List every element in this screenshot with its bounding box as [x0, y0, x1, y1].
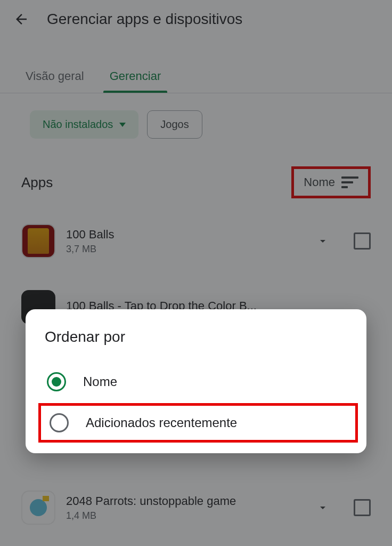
radio-label: Adicionados recentemente — [86, 415, 237, 430]
sort-option-recent[interactable]: Adicionados recentemente — [38, 403, 358, 443]
sort-option-name[interactable]: Nome — [43, 363, 354, 401]
dialog-title: Ordenar por — [43, 328, 354, 346]
radio-label: Nome — [83, 374, 117, 389]
radio-selected[interactable] — [47, 372, 66, 391]
radio-unselected[interactable] — [50, 413, 69, 432]
modal-overlay[interactable] — [0, 0, 392, 546]
sort-dialog: Ordenar por Nome Adicionados recentement… — [26, 309, 366, 453]
